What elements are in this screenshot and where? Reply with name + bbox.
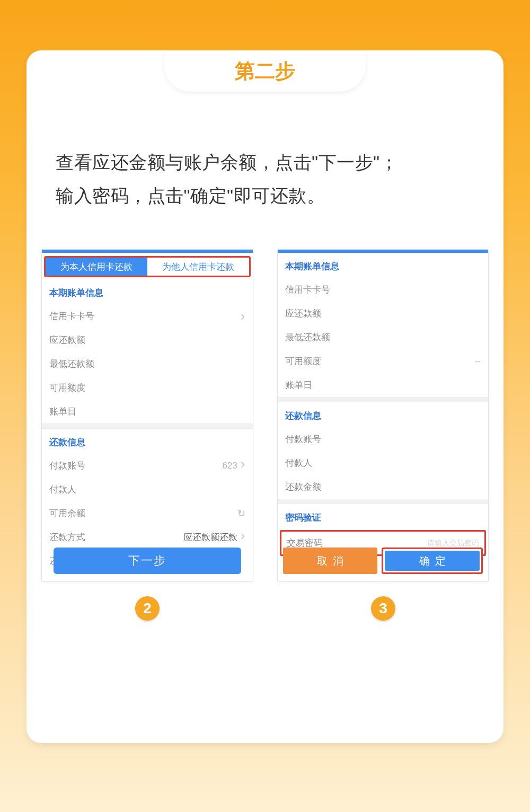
chevron-right-icon xyxy=(241,460,245,471)
payer-label: 付款人 xyxy=(49,483,76,496)
row-amount-due: 应还款额 xyxy=(278,302,489,325)
confirm-highlight: 确定 xyxy=(382,548,483,574)
min-due-label: 最低还款额 xyxy=(285,331,330,343)
pay-account-label: 付款账号 xyxy=(49,460,85,472)
repay-tabs-highlight: 为本人信用卡还款 为他人信用卡还款 xyxy=(44,256,251,277)
row-repay-amount: 还款金额 xyxy=(278,475,489,499)
row-card-number: 信用卡卡号 xyxy=(278,278,489,302)
row-avail-balance: 可用余额 xyxy=(42,501,253,525)
section-repay-header: 还款信息 xyxy=(42,429,253,454)
repay-amount-label: 还款金额 xyxy=(285,481,321,493)
step-title-tab: 第二步 xyxy=(164,50,366,92)
chevron-right-icon xyxy=(241,312,245,321)
pay-account-number: 623 xyxy=(222,461,237,471)
repay-method-value: 应还款额还款 xyxy=(183,531,237,543)
row-payer: 付款人 xyxy=(278,451,489,475)
row-avail-limit: 可用额度 -- xyxy=(278,349,489,373)
top-strip xyxy=(42,250,253,253)
bill-date-label: 账单日 xyxy=(285,379,312,391)
instructions-text: 查看应还金额与账户余额，点击"下一步"； 输入密码，点击"确定"即可还款。 xyxy=(56,146,474,213)
refresh-icon[interactable] xyxy=(237,508,245,519)
section-repay-header: 还款信息 xyxy=(278,402,489,427)
tab-other-repay[interactable]: 为他人信用卡还款 xyxy=(147,258,249,276)
step-badge-2: 2 xyxy=(135,596,160,621)
avail-limit-label: 可用额度 xyxy=(49,382,85,394)
row-repay-method[interactable]: 还款方式 应还款额还款 xyxy=(42,525,253,549)
card-number-label: 信用卡卡号 xyxy=(285,284,330,296)
bill-date-label: 账单日 xyxy=(49,405,76,418)
avail-balance-label: 可用余额 xyxy=(49,507,85,519)
confirm-button[interactable]: 确定 xyxy=(385,551,480,571)
cancel-button[interactable]: 取消 xyxy=(283,548,378,574)
section-bill-header: 本期账单信息 xyxy=(278,253,489,278)
step-badge-3: 3 xyxy=(371,596,395,621)
tab-self-repay[interactable]: 为本人信用卡还款 xyxy=(46,258,147,276)
instructions-line-2: 输入密码，点击"确定"即可还款。 xyxy=(56,179,474,213)
row-pay-account: 付款账号 xyxy=(278,427,489,451)
next-button[interactable]: 下一步 xyxy=(54,548,241,574)
divider xyxy=(42,423,253,429)
divider xyxy=(278,397,489,402)
avail-limit-label: 可用额度 xyxy=(285,355,321,367)
row-payer: 付款人 xyxy=(42,478,253,501)
screenshot-step-2: 为本人信用卡还款 为他人信用卡还款 本期账单信息 信用卡卡号 应还款额 最低还款… xyxy=(41,249,253,582)
row-bill-date: 账单日 xyxy=(42,400,253,423)
row-avail-limit: 可用额度 xyxy=(42,376,253,400)
amount-due-label: 应还款额 xyxy=(49,334,85,346)
avail-limit-value: -- xyxy=(475,356,481,367)
min-due-label: 最低还款额 xyxy=(49,358,94,370)
screens-container: 为本人信用卡还款 为他人信用卡还款 本期账单信息 信用卡卡号 应还款额 最低还款… xyxy=(41,249,489,582)
repay-method-value-wrap: 应还款额还款 xyxy=(183,531,245,543)
section-password-header: 密码验证 xyxy=(278,504,489,529)
row-amount-due: 应还款额 xyxy=(42,328,253,352)
amount-due-label: 应还款额 xyxy=(285,307,321,320)
screenshot-step-3: 本期账单信息 信用卡卡号 应还款额 最低还款额 可用额度 -- 账单日 还款信息… xyxy=(277,249,489,582)
button-row: 取消 确定 xyxy=(278,548,489,581)
row-bill-date: 账单日 xyxy=(278,373,489,397)
step-title: 第二步 xyxy=(235,58,295,85)
instructions-line-1: 查看应还金额与账户余额，点击"下一步"； xyxy=(56,146,474,179)
card-number-label: 信用卡卡号 xyxy=(49,310,94,322)
pay-account-value: 623 xyxy=(222,460,245,471)
pay-account-label: 付款账号 xyxy=(285,433,321,445)
payer-label: 付款人 xyxy=(285,457,312,469)
row-min-due: 最低还款额 xyxy=(42,352,253,376)
repay-method-label: 还款方式 xyxy=(49,531,85,543)
txn-password-placeholder: 请输入交易密码 xyxy=(427,539,479,548)
section-bill-header: 本期账单信息 xyxy=(42,279,253,304)
row-min-due: 最低还款额 xyxy=(278,325,489,349)
row-pay-account[interactable]: 付款账号 623 xyxy=(42,454,253,478)
row-card-number[interactable]: 信用卡卡号 xyxy=(42,304,253,328)
chevron-right-icon xyxy=(241,532,245,543)
divider xyxy=(278,499,489,504)
